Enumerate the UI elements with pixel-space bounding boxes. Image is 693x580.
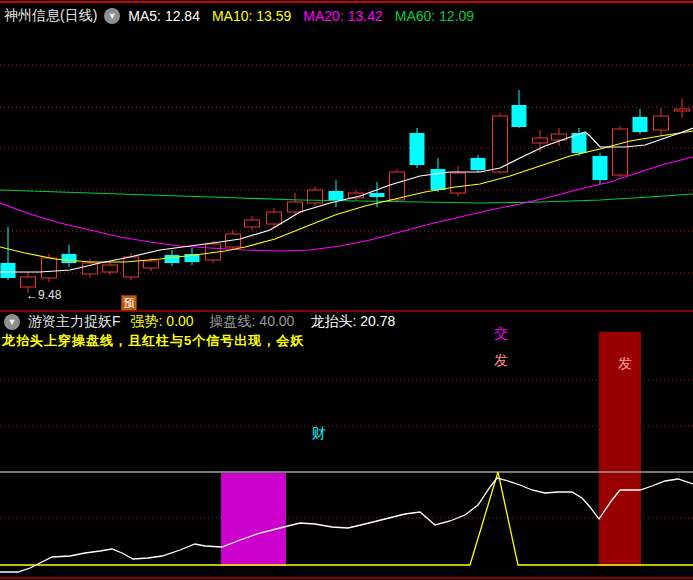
candle-up <box>21 277 36 287</box>
candle-up <box>675 109 690 111</box>
app-window: 神州信息(日线) ▼ MA5: 12.84 MA10: 13.59 MA20: … <box>0 0 693 580</box>
candle-up <box>103 265 118 272</box>
indicator-chart[interactable] <box>0 332 693 572</box>
indicator-field-longtaitou: 龙抬头: 20.78 <box>310 313 395 331</box>
candle-up <box>42 258 57 278</box>
candle-up <box>533 138 548 143</box>
chevron-down-icon[interactable]: ▼ <box>104 8 120 24</box>
ma10-label: MA10: 13.59 <box>212 8 291 24</box>
signal-char-fa-2: 发 <box>618 355 632 371</box>
indicator-name[interactable]: 游资主力捉妖F <box>28 313 121 331</box>
indicator-line-强势 <box>0 472 693 565</box>
signal-char-cai: 财 <box>312 425 326 441</box>
ma-line-MA60 <box>0 190 693 203</box>
signal-char-fa-1: 发 <box>494 352 508 368</box>
low-price-annotation: ←9.48 <box>26 288 61 302</box>
titlebar: 神州信息(日线) ▼ MA5: 12.84 MA10: 13.59 MA20: … <box>4 4 486 28</box>
candle-down <box>329 191 344 200</box>
candle-up <box>654 116 669 130</box>
candle-down <box>593 156 608 180</box>
candle-up <box>144 261 159 268</box>
ma60-label: MA60: 12.09 <box>395 8 474 24</box>
candle-down <box>512 105 527 127</box>
candle-down <box>370 193 385 197</box>
candle-up <box>451 173 466 193</box>
candle-up <box>288 202 303 212</box>
candle-up <box>245 220 260 227</box>
indicator-field-controlline: 操盘线: 40.00 <box>210 313 295 331</box>
candle-down <box>431 169 446 190</box>
candle-up <box>493 116 508 172</box>
ma20-label: MA20: 13.42 <box>303 8 382 24</box>
candle-down <box>62 254 77 263</box>
candle-up <box>267 212 282 224</box>
magenta-signal-bar <box>221 473 286 566</box>
candle-down <box>410 133 425 165</box>
candle-up <box>613 129 628 175</box>
candle-down <box>165 255 180 263</box>
pre-alert-badge[interactable]: 预 <box>121 295 137 311</box>
candle-down <box>471 158 486 170</box>
signal-hint-text: 龙抬头上穿操盘线，且红柱与5个信号出现，会妖 <box>2 332 304 350</box>
candle-down <box>633 117 648 132</box>
candle-up <box>124 257 139 277</box>
signal-char-jiao: 交 <box>494 325 508 341</box>
ma-line-MA20 <box>0 157 693 251</box>
indicator-header: ▼ 游资主力捉妖F 强势: 0.00 操盘线: 40.00 龙抬头: 20.78 <box>4 313 411 331</box>
indicator-field-strength: 强势: 0.00 <box>131 313 194 331</box>
candle-up <box>308 190 323 203</box>
symbol-title[interactable]: 神州信息(日线) <box>4 7 97 25</box>
ma5-label: MA5: 12.84 <box>128 8 200 24</box>
ma-line-MA10 <box>0 131 693 262</box>
candle-up <box>390 172 405 200</box>
indicator-line-龙抬头 <box>0 478 693 572</box>
indicator-chevron-down-icon[interactable]: ▼ <box>4 314 20 330</box>
chart-canvas[interactable] <box>0 0 693 580</box>
candlestick-chart[interactable] <box>0 65 693 293</box>
candle-down <box>1 263 16 278</box>
